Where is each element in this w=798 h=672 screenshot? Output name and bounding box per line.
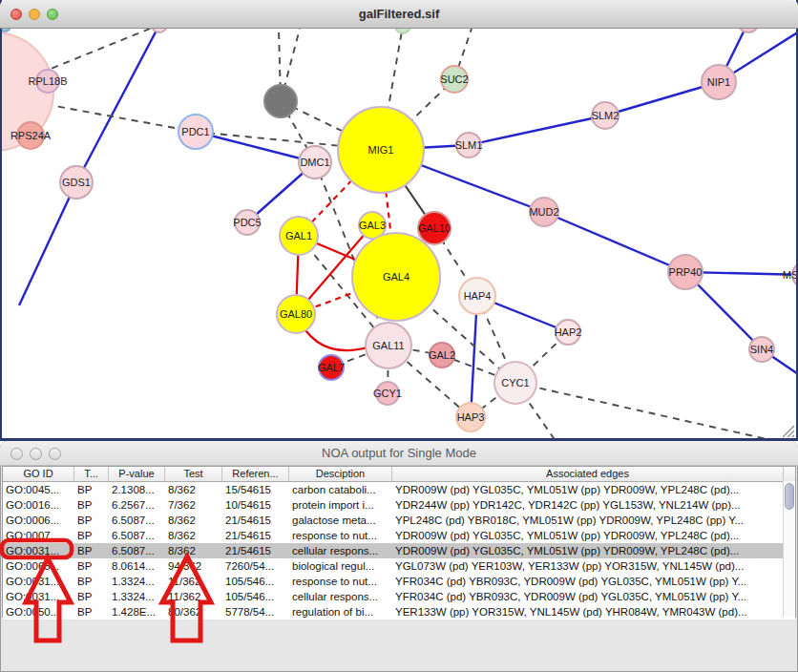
- cell: BP: [74, 528, 109, 543]
- node-frag-top-1[interactable]: [152, 29, 167, 32]
- cell: regulation of bi...: [289, 604, 392, 620]
- main-titlebar[interactable]: galFiltered.sif: [0, 0, 798, 29]
- node-label-MS-clipped: MS: [783, 269, 796, 281]
- noa-titlebar[interactable]: NOA output for Single Mode: [0, 441, 798, 466]
- node-label-GAL7: GAL7: [318, 362, 345, 373]
- node-label-GCY1: GCY1: [373, 388, 402, 399]
- table-row[interactable]: GO:0007...BP6.5087...8/36221/54615respon…: [3, 528, 795, 543]
- cell: 8/362: [165, 528, 222, 543]
- node-label-CYC1: CYC1: [501, 377, 529, 388]
- edge-blue[interactable]: [544, 212, 685, 272]
- cell: 6.2567...: [109, 497, 165, 513]
- node-frag-corner[interactable]: [2, 29, 10, 32]
- cell: BP: [74, 543, 109, 558]
- cell: 2.1308...: [109, 482, 165, 497]
- cell: GO:0016...: [3, 497, 74, 513]
- noa-window: NOA output for Single Mode GO IDT...P-va…: [0, 441, 798, 672]
- column-header-6[interactable]: Associated edges: [392, 467, 784, 481]
- table-header: GO IDT...P-valueTestReferen...Desciption…: [3, 467, 795, 482]
- cell: galactose meta...: [289, 513, 392, 528]
- column-header-4[interactable]: Referen...: [222, 467, 289, 481]
- cell: 6.5087...: [109, 513, 165, 528]
- cell: GO:0050...: [3, 604, 74, 620]
- cell: 21/54615: [222, 513, 289, 528]
- table-row[interactable]: GO:0016...BP6.2567...7/36210/54615protei…: [3, 497, 795, 513]
- edge-blue[interactable]: [196, 132, 315, 162]
- table-body: GO:0045...BP2.1308...8/36215/54615carbon…: [3, 482, 795, 620]
- edge-blue[interactable]: [469, 116, 605, 145]
- cell: 1.3324...: [109, 574, 165, 589]
- cell: cellular respons...: [289, 543, 392, 558]
- cell: 6.5087...: [109, 543, 165, 558]
- table-row[interactable]: GO:0031...BP1.3324...11/362105/546...cel…: [3, 589, 795, 604]
- node-label-SIN4: SIN4: [750, 344, 773, 355]
- node-label-HAP2: HAP2: [555, 326, 582, 338]
- window-title: galFiltered.sif: [0, 7, 798, 21]
- table-row[interactable]: GO:0045...BP2.1308...8/36215/54615carbon…: [3, 482, 795, 497]
- node-frag-top-2[interactable]: [395, 29, 410, 33]
- node-label-DMC1: DMC1: [300, 157, 329, 168]
- cell: 105/546...: [222, 589, 289, 604]
- cell: 8/362: [165, 482, 222, 497]
- cell: response to nut...: [289, 574, 392, 589]
- edge-dash[interactable]: [515, 383, 796, 438]
- cell: protein import i...: [289, 497, 392, 513]
- table-row[interactable]: GO:0065...BP8.0614...94/3627260/54...bio…: [3, 558, 795, 574]
- cell: BP: [74, 604, 109, 620]
- network-window: RPL18BRPS24AGDS1PDC1DMC1MIG1SUC2SLM1SLM2…: [0, 0, 798, 441]
- cell: 8.0614...: [109, 558, 165, 574]
- cell: 15/54615: [222, 482, 289, 497]
- cell: BP: [74, 513, 109, 528]
- cell: GO:0031...: [3, 574, 74, 589]
- cell: 105/546...: [222, 574, 289, 589]
- resize-grip[interactable]: [783, 426, 794, 437]
- cell: 6.5087...: [109, 528, 165, 543]
- vertical-scrollbar[interactable]: [783, 481, 795, 617]
- table-row[interactable]: GO:0006...BP6.5087...8/36221/54615galact…: [3, 513, 795, 528]
- cell: BP: [74, 589, 109, 604]
- cell: YDR009W (pd) YGL035C, YML051W (pp) YDR00…: [392, 528, 784, 543]
- node-label-SLM1: SLM1: [455, 139, 483, 151]
- cell: BP: [74, 482, 109, 497]
- node-frag-top-3[interactable]: [738, 29, 759, 32]
- cell: YFR034C (pd) YBR093C, YDR009W (pd) YGL03…: [392, 589, 784, 604]
- cell: 21/54615: [222, 543, 289, 558]
- column-header-5[interactable]: Desciption: [289, 467, 392, 481]
- edge-blue[interactable]: [19, 182, 76, 305]
- cell: 11/362: [165, 589, 222, 604]
- node-label-PDC1: PDC1: [181, 126, 209, 137]
- network-canvas[interactable]: RPL18BRPS24AGDS1PDC1DMC1MIG1SUC2SLM1SLM2…: [2, 29, 796, 438]
- node-label-GAL3: GAL3: [359, 220, 386, 231]
- table-row[interactable]: GO:0031...BP1.3324...11/362105/546...res…: [3, 574, 795, 589]
- cell: 10/54615: [222, 497, 289, 513]
- column-header-0[interactable]: GO ID: [3, 467, 74, 481]
- cell: 8/362: [165, 543, 222, 558]
- column-header-1[interactable]: T...: [74, 467, 109, 481]
- cell: biological regul...: [289, 558, 392, 574]
- node-label-RPL18B: RPL18B: [29, 75, 68, 87]
- node-label-HAP4: HAP4: [464, 290, 492, 302]
- edge-blue[interactable]: [76, 29, 159, 182]
- network-graph: RPL18BRPS24AGDS1PDC1DMC1MIG1SUC2SLM1SLM2…: [2, 29, 796, 438]
- table-row[interactable]: GO:0050...BP1.428E...80/3625778/54...reg…: [3, 604, 795, 620]
- column-header-3[interactable]: Test: [165, 467, 222, 481]
- cell: 8/362: [165, 513, 222, 528]
- table-row[interactable]: GO:0031...BP6.5087...8/36221/54615cellul…: [3, 543, 795, 558]
- cell: GO:0065...: [3, 558, 74, 574]
- results-table: GO IDT...P-valueTestReferen...Desciption…: [2, 466, 796, 618]
- cell: cellular respons...: [289, 589, 392, 604]
- node-label-SLM2: SLM2: [592, 110, 620, 121]
- scrollbar-thumb[interactable]: [785, 483, 794, 510]
- node-label-PDC5: PDC5: [233, 217, 261, 228]
- cell: YGL073W (pd) YER103W, YER133W (pp) YOR31…: [392, 558, 784, 574]
- cell: carbon cataboli...: [289, 482, 392, 497]
- cell: YDR009W (pd) YGL035C, YML051W (pp) YDR00…: [392, 482, 784, 497]
- column-header-2[interactable]: P-value: [109, 467, 165, 481]
- cell: 11/362: [165, 574, 222, 589]
- node-label-GAL11: GAL11: [372, 340, 404, 351]
- cell: BP: [74, 574, 109, 589]
- cell: YFR034C (pd) YBR093C, YDR009W (pd) YGL03…: [392, 574, 784, 589]
- node-gray-node[interactable]: [264, 85, 297, 117]
- node-label-GDS1: GDS1: [62, 177, 91, 188]
- cell: YDR009W (pd) YGL035C, YML051W (pp) YDR00…: [392, 543, 784, 558]
